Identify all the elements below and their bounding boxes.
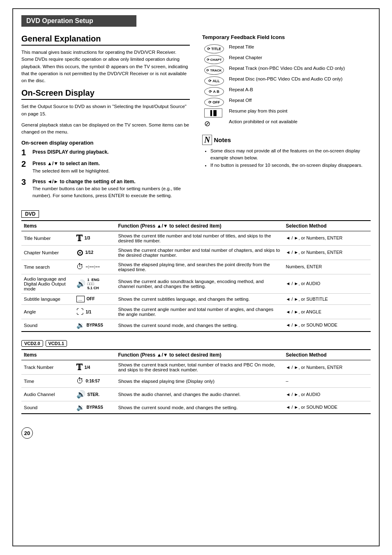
vcd-row-sound: Sound 🔉 BYPASS Shows the current sound m…: [21, 401, 371, 414]
dvd-item-subtitle: Subtitle language: [21, 293, 74, 305]
vcd-func-audio: Shows the audio channel, and changes the…: [116, 388, 284, 401]
osd-heading: On-Screen Display: [21, 88, 190, 100]
time-icon-label: –:––:––: [86, 265, 100, 269]
dvd-sel-audio: ◄ / ►, or AUDIO: [284, 274, 371, 293]
dvd-row-chapter-number: Chapter Number ⊙ 1/12 Shows the current …: [21, 245, 371, 260]
vcd-sel-audio: ◄ / ►, or AUDIO: [284, 388, 371, 401]
notes-list: Some discs may not provide all of the fe…: [202, 147, 371, 169]
dvd-sel-title-number: ◄ / ►, or Numbers, ENTER: [284, 231, 371, 245]
step-2-content: Press ▲/▼ to select an item. The selecte…: [32, 160, 110, 175]
step-3-normal: The number buttons can be also be used f…: [32, 186, 181, 198]
notes-heading: N Notes: [202, 135, 371, 145]
step-2-bold: Press ▲/▼ to select an item.: [32, 161, 100, 166]
title-badge: ⟳ TITLE: [204, 44, 224, 53]
page-number-container: 20: [21, 422, 371, 439]
icon-badge-cell-prohibited: ⊘: [202, 118, 227, 129]
dvd-row-audio: Audio language and Digital Audio Output …: [21, 274, 371, 293]
dvd-icon-time-search: ⏱ –:––:––: [74, 260, 116, 274]
vcd-icon-cell-track: 𝕋 1/4: [76, 362, 113, 372]
vcd-table-header-row: Items Function (Press ▲/▼ to select desi…: [21, 350, 371, 360]
dvd-icon-audio: 🔊 1 ENG □□□ 5.1 CH: [74, 274, 116, 293]
dvd-row-subtitle: Subtitle language … OFF Shows the curren…: [21, 293, 371, 305]
icon-text-title: Repeat Title: [227, 44, 371, 54]
icon-badge-cell-all: ⟳ ALL: [202, 76, 227, 86]
title-icon-label: 1/3: [84, 236, 90, 240]
dvd-func-angle: Shows the current angle number and total…: [116, 305, 284, 319]
icon-row-repeat-title: ⟳ TITLE Repeat Title: [202, 44, 371, 54]
general-explanation-heading: General Explanation: [21, 34, 190, 46]
page-border: DVD Operation Setup General Explanation …: [12, 8, 380, 546]
vcd-item-track: Track Number: [21, 360, 74, 375]
subtitle-icon-label: OFF: [87, 297, 95, 301]
vcd-row-time: Time ⏱ 0:16:57 Shows the elapsed playing…: [21, 375, 371, 388]
step-2-normal: The selected item will be highlighted.: [32, 168, 110, 173]
right-column: Temporary Feedback Field Icons ⟳ TITLE R…: [202, 34, 371, 203]
dvd-icon-cell-angle: ⛶ 1/1: [76, 308, 113, 316]
vcd-col-selection: Selection Method: [284, 350, 371, 360]
page-title: DVD Operation Setup: [21, 15, 136, 27]
vcd-table: Items Function (Press ▲/▼ to select desi…: [21, 349, 371, 414]
note-item-2: If no button is pressed for 10 seconds, …: [210, 162, 371, 169]
general-explanation-body: This manual gives basic instructions for…: [21, 49, 190, 84]
dvd-item-sound: Sound: [21, 319, 74, 332]
vcd-audio-icon: 🔊: [76, 390, 85, 399]
step-3: 3 Press ◄/► to change the setting of an …: [21, 178, 190, 200]
dvd-col-selection: Selection Method: [284, 221, 371, 231]
dvd-col-icon: [74, 221, 116, 231]
dvd-sel-angle: ◄ / ►, or ANGLE: [284, 305, 371, 319]
dvd-badge: DVD: [21, 210, 39, 218]
feedback-icons-heading: Temporary Feedback Field Icons: [202, 34, 371, 40]
vcd-audio-label: STER.: [88, 392, 99, 397]
vcd-icon-cell-time: ⏱ 0:16:57: [76, 377, 113, 385]
dvd-func-title-number: Shows the current title number and total…: [116, 231, 284, 245]
icon-text-all: Repeat Disc (non-PBC Video CDs and Audio…: [227, 76, 371, 86]
notes-box: N Notes Some discs may not provide all o…: [202, 135, 371, 169]
icon-text-ab: Repeat A-B: [227, 86, 371, 97]
vcd-icon-cell-audio: 🔊 STER.: [76, 390, 113, 399]
vcd-sound-label: BYPASS: [87, 405, 103, 410]
sound-icon-label: BYPASS: [87, 323, 103, 327]
icon-row-repeat-all: ⟳ ALL Repeat Disc (non-PBC Video CDs and…: [202, 76, 371, 86]
icon-row-prohibited: ⊘ Action prohibited or not available: [202, 118, 371, 129]
dvd-sel-sound: ◄ / ►, or SOUND MODE: [284, 319, 371, 332]
dvd-icon-angle: ⛶ 1/1: [74, 305, 116, 319]
vcd-track-label: 1/4: [84, 365, 90, 370]
vcd-item-audio: Audio Channel: [21, 388, 74, 401]
vcd11-badge: VCD1.1: [46, 340, 67, 347]
dvd-func-sound: Shows the current sound mode, and change…: [116, 319, 284, 332]
step-1-number: 1: [21, 148, 30, 157]
dvd-icon-cell-sound: 🔉 BYPASS: [76, 321, 113, 329]
vcd-func-time: Shows the elapsed playing time (Display …: [116, 375, 284, 388]
dvd-row-angle: Angle ⛶ 1/1 Shows the current angle numb…: [21, 305, 371, 319]
angle-icon-symbol: ⛶: [76, 308, 84, 316]
vcd-col-function: Function (Press ▲/▼ to select desired it…: [116, 350, 284, 360]
dvd-icon-cell-audio: 🔊 1 ENG □□□ 5.1 CH: [76, 278, 113, 290]
dvd-func-subtitle: Shows the current subtitles language, an…: [116, 293, 284, 305]
dvd-table: Items Function (Press ▲/▼ to select desi…: [21, 220, 371, 332]
dvd-icon-subtitle: … OFF: [74, 293, 116, 305]
step-1-content: Press DISPLAY during playback.: [32, 148, 108, 156]
chapter-badge: ⟳ CHAPT: [204, 55, 224, 64]
dvd-col-items: Items: [21, 221, 74, 231]
chapter-icon-label: 1/12: [85, 250, 93, 255]
vcd-icon-track: 𝕋 1/4: [74, 360, 116, 375]
icon-text-track: Repeat Track (non-PBC Video CDs and Audi…: [227, 65, 371, 76]
dvd-section: DVD Items Function (Press ▲/▼ to select …: [21, 210, 371, 415]
icon-text-off: Repeat Off: [227, 97, 371, 108]
dvd-table-header-row: Items Function (Press ▲/▼ to select desi…: [21, 221, 371, 231]
icon-row-repeat-chapter: ⟳ CHAPT Repeat Chapter: [202, 54, 371, 65]
icon-row-resume: ▐▐▌ Resume play from this point: [202, 108, 371, 118]
osd-body1: Set the Output Source to DVD as shown in…: [21, 103, 190, 117]
prohibited-icon: ⊘: [204, 119, 210, 128]
icon-badge-cell-ab: ⟳ A B: [202, 86, 227, 97]
step-2-number: 2: [21, 160, 30, 168]
dvd-sel-chapter-number: ◄ / ►, or Numbers, ENTER: [284, 245, 371, 260]
step-1-bold: Press DISPLAY during playback.: [32, 149, 108, 155]
dvd-item-title-number: Title Number: [21, 231, 74, 245]
icon-text-resume: Resume play from this point: [227, 108, 371, 118]
icon-badge-cell-title: ⟳ TITLE: [202, 44, 227, 54]
osd-body2: General playback status can be displayed…: [21, 122, 190, 136]
note-item-1: Some discs may not provide all of the fe…: [210, 147, 371, 162]
dvd-icon-chapter-number: ⊙ 1/12: [74, 245, 116, 260]
notes-heading-text: Notes: [214, 136, 231, 143]
